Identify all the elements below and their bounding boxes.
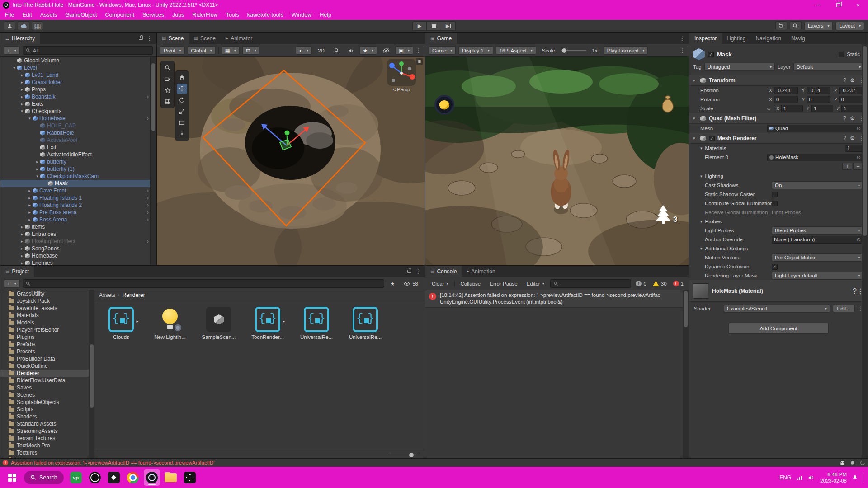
services-grid-icon[interactable]: ▦	[32, 21, 43, 30]
project-folder[interactable]: Prefabs	[0, 341, 94, 348]
menu-item[interactable]: Assets	[36, 10, 61, 20]
pivot-dropdown[interactable]: Pivot	[160, 46, 185, 55]
expand-subassets-icon[interactable]: ▸	[136, 319, 138, 324]
dark-circle-app-icon[interactable]	[87, 469, 103, 486]
create-asset-button[interactable]: +	[4, 279, 20, 288]
rendering-layer-mask-dropdown[interactable]: Light Layer default	[772, 272, 863, 280]
scale-tool-icon[interactable]	[177, 106, 187, 117]
expand-arrow-icon[interactable]: ▾	[19, 109, 25, 113]
probes-foldout[interactable]: Probes	[689, 217, 868, 226]
scene-view-tab[interactable]: Scene	[189, 33, 220, 44]
folders-scrollbar[interactable]	[89, 290, 94, 459]
scene-viewport[interactable]: ≡ < Persp	[157, 57, 425, 266]
expand-arrow-icon[interactable]: ▸	[27, 188, 33, 193]
hidden-packages-toggle[interactable]: 58	[401, 279, 421, 288]
panel-menu-icon[interactable]: ⋮	[415, 268, 421, 275]
materials-count-field[interactable]: 1	[845, 145, 863, 152]
expand-arrow-icon[interactable]: ▸	[19, 253, 25, 258]
expand-arrow-icon[interactable]: ▸	[19, 87, 25, 92]
handle-orientation-dropdown[interactable]: Global	[188, 46, 216, 55]
taskbar-clock[interactable]: 6:46 PM 2023-02-08	[820, 471, 847, 484]
project-folder[interactable]: Plugins	[0, 333, 94, 341]
add-material-button[interactable]: +	[842, 163, 852, 170]
menu-item[interactable]: Help	[316, 10, 335, 20]
expand-arrow-icon[interactable]: ▸	[34, 160, 40, 164]
menu-item[interactable]: File	[1, 10, 18, 20]
expand-arrow-icon[interactable]: ▸	[34, 167, 40, 171]
inspector-tab[interactable]: Navig	[786, 33, 810, 44]
presets-icon[interactable]: ⚙	[850, 77, 855, 84]
hierarchy-tab[interactable]: Hierarchy	[0, 33, 40, 44]
project-folder[interactable]: StreamingAssets	[0, 427, 94, 435]
inspector-scrollbar[interactable]	[862, 44, 868, 458]
expand-arrow-icon[interactable]: ▸	[19, 102, 25, 106]
hierarchy-item[interactable]: ▸ Entrances ›	[0, 230, 156, 238]
hierarchy-item[interactable]: ▸ Pre Boss arena ›	[0, 209, 156, 216]
project-folder[interactable]: Scripts	[0, 406, 94, 413]
shading-mode-dropdown[interactable]: ◐	[296, 46, 312, 55]
material-object-field[interactable]: HoleMask⊙	[767, 154, 863, 161]
project-folder[interactable]: Standard Assets	[0, 420, 94, 427]
collapse-toggle[interactable]: Collapse	[458, 279, 484, 288]
hierarchy-item[interactable]: ▾ CheckpointMaskCam ›	[0, 173, 156, 180]
lock-icon[interactable]	[139, 37, 143, 40]
help-icon[interactable]: ?	[844, 115, 847, 122]
static-dropdown[interactable]: Static	[839, 52, 864, 57]
undo-history-icon[interactable]	[775, 21, 787, 30]
project-folder[interactable]: ScriptableObjects	[0, 399, 94, 406]
presets-icon[interactable]: ⚙	[850, 115, 855, 122]
hierarchy-item[interactable]: ▸ FloatingItemEffect ›	[0, 238, 156, 245]
scene-audio-toggle[interactable]	[345, 46, 357, 55]
materials-foldout[interactable]: Materials1	[689, 144, 868, 153]
hidden-objects-toggle[interactable]	[380, 46, 392, 55]
hierarchy-item[interactable]: Global Volume ›	[0, 57, 156, 64]
clear-button[interactable]: Clear	[429, 279, 452, 288]
file-explorer-icon[interactable]	[163, 469, 179, 486]
search-icon[interactable]	[790, 21, 802, 30]
rotation-y-field[interactable]: 0	[807, 96, 830, 103]
scale-z-field[interactable]: 1	[841, 105, 863, 112]
play-focused-dropdown[interactable]: Play Focused	[604, 46, 648, 55]
open-prefab-chevron-icon[interactable]: ›	[147, 195, 149, 201]
hierarchy-item[interactable]: ▸ Exits ›	[0, 100, 156, 108]
panel-menu-icon[interactable]: ⋮	[680, 47, 685, 54]
hierarchy-item[interactable]: ▸ Props ›	[0, 86, 156, 93]
open-prefab-chevron-icon[interactable]: ›	[147, 115, 149, 122]
hierarchy-item[interactable]: ▸ Floating Islands 1 ›	[0, 194, 156, 202]
snap-settings-dropdown[interactable]: ⊞	[242, 46, 260, 55]
constrain-proportions-icon[interactable]: ∞	[767, 106, 773, 111]
scene-view-tab[interactable]: Animator	[221, 33, 257, 44]
unity-hub-icon[interactable]	[106, 469, 122, 486]
gameobject-name-field[interactable]: Mask	[717, 51, 835, 58]
object-picker-icon[interactable]: ⊙	[857, 237, 861, 243]
asset-item[interactable]: ▸ UniversalRe...	[297, 307, 336, 340]
dynamic-occlusion-checkbox[interactable]: ✓	[772, 264, 778, 270]
layers-dropdown[interactable]: Layers	[804, 22, 833, 30]
project-folder[interactable]: Renderer	[0, 370, 94, 377]
scene-lighting-toggle[interactable]	[330, 46, 342, 55]
favorites-star-icon[interactable]: ★	[387, 279, 398, 288]
layer-dropdown[interactable]: Default	[793, 63, 864, 71]
hierarchy-item[interactable]: ▸ Floating Islands 2 ›	[0, 202, 156, 209]
hierarchy-item[interactable]: RabbitHole ›	[0, 129, 156, 136]
hierarchy-item[interactable]: ActivatedIdleEffect ›	[0, 151, 156, 158]
expand-arrow-icon[interactable]: ▾	[27, 116, 33, 121]
open-prefab-chevron-icon[interactable]: ›	[147, 94, 149, 100]
hierarchy-item[interactable]: ▸ Boss Arena ›	[0, 216, 156, 223]
expand-arrow-icon[interactable]: ▸	[19, 225, 25, 229]
project-search-input[interactable]	[23, 279, 384, 288]
object-picker-icon[interactable]: ⊙	[857, 126, 861, 131]
view-hand-tool-icon[interactable]	[177, 72, 187, 83]
project-tab[interactable]: Project	[0, 266, 34, 277]
panel-menu-icon[interactable]: ⋮	[416, 47, 421, 54]
grid-overlay-icon[interactable]	[162, 96, 173, 107]
grid-visibility-dropdown[interactable]: ▦	[222, 46, 240, 55]
hierarchy-item[interactable]: ▸ Items ›	[0, 223, 156, 230]
expand-arrow-icon[interactable]: ▸	[19, 94, 25, 99]
move-tool-icon[interactable]	[177, 84, 187, 94]
network-icon[interactable]	[797, 475, 803, 480]
hierarchy-item[interactable]: ▸ Beanstalk ›	[0, 93, 156, 100]
hierarchy-item[interactable]: Mask ›	[0, 180, 156, 187]
expand-arrow-icon[interactable]: ▸	[19, 246, 25, 251]
hierarchy-item[interactable]: HOLE_CAP ›	[0, 122, 156, 129]
